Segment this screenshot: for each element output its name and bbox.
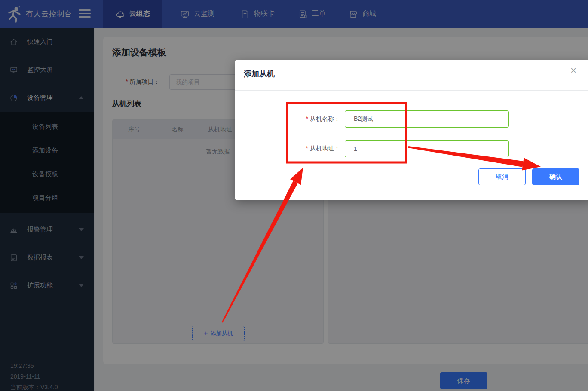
slave-address-label: *从机地址： [297,145,340,153]
required-mark: * [306,145,308,152]
add-slave-modal: 添加从机 × *从机名称： *从机地址： 取消 确认 [235,60,588,200]
slave-name-label-text: 从机名称： [310,115,340,122]
screen: 有人云控制台 云组态 云监测 物联卡 工单 商城 [0,0,588,391]
divider [235,90,588,91]
slave-name-input[interactable] [345,110,509,128]
slave-address-input[interactable] [345,140,509,157]
required-mark: * [306,115,308,122]
confirm-button[interactable]: 确认 [532,168,579,185]
slave-name-label: *从机名称： [297,115,340,123]
slave-address-label-text: 从机地址： [310,145,340,152]
close-icon[interactable]: × [570,65,576,76]
modal-title: 添加从机 [244,69,275,79]
cancel-button[interactable]: 取消 [478,168,526,185]
